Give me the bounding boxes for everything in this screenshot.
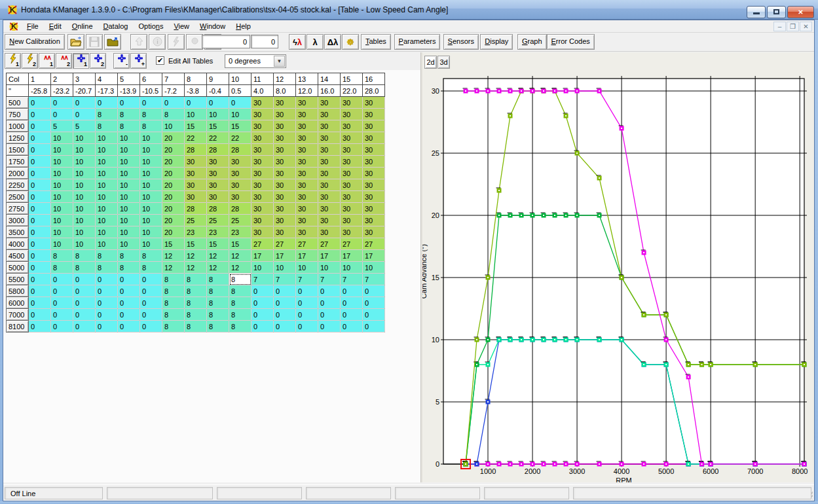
cell-2000-c14[interactable]: 30 <box>318 168 341 179</box>
cell-7000-c16[interactable]: 0 <box>363 309 385 321</box>
cell-3000-c1[interactable]: 0 <box>29 215 51 226</box>
column-header-7[interactable]: 7 <box>162 73 185 85</box>
cell-1500-c15[interactable]: 30 <box>341 144 363 156</box>
cell-500-c8[interactable]: 0 <box>185 97 207 109</box>
cell-3000-c4[interactable]: 10 <box>96 215 118 226</box>
cell-5500-c8[interactable]: 8 <box>185 274 207 285</box>
cell-2250-c1[interactable]: 0 <box>29 179 51 191</box>
column-header-2[interactable]: 2 <box>51 73 73 85</box>
load-header-15[interactable]: 22.0 <box>341 85 363 97</box>
cell-7000-c5[interactable]: 0 <box>118 309 140 321</box>
cell-1750-c13[interactable]: 30 <box>296 156 318 168</box>
cell-8100-c8[interactable]: 8 <box>185 321 207 333</box>
cell-1750-c7[interactable]: 20 <box>162 156 185 168</box>
cell-3000-c3[interactable]: 10 <box>73 215 96 226</box>
cell-2500-c9[interactable]: 30 <box>207 191 229 203</box>
column-header-1[interactable]: 1 <box>29 73 51 85</box>
cell-5000-c7[interactable]: 12 <box>162 262 185 274</box>
nav-tables-button[interactable]: Tables <box>361 34 391 50</box>
mdi-restore-button[interactable]: ❐ <box>787 22 799 31</box>
cell-1250-c12[interactable]: 30 <box>274 132 296 144</box>
cell-7000-c12[interactable]: 0 <box>274 309 296 321</box>
cell-2750-c2[interactable]: 10 <box>51 203 73 215</box>
cell-5000-c14[interactable]: 10 <box>318 262 341 274</box>
cell-1250-c10[interactable]: 22 <box>229 132 251 144</box>
cell-1250-c7[interactable]: 20 <box>162 132 185 144</box>
cell-6000-c1[interactable]: 0 <box>29 297 51 309</box>
cell-3000-c13[interactable]: 30 <box>296 215 318 226</box>
rpm-header-750[interactable]: 750 <box>7 109 29 120</box>
cell-2250-c4[interactable]: 10 <box>96 179 118 191</box>
cell-2250-c3[interactable]: 10 <box>73 179 96 191</box>
cell-500-c11[interactable]: 30 <box>251 97 274 109</box>
column-header-6[interactable]: 6 <box>140 73 162 85</box>
cell-1000-c13[interactable]: 30 <box>296 120 318 132</box>
cell-500-c4[interactable]: 0 <box>96 97 118 109</box>
cell-7000-c4[interactable]: 0 <box>96 309 118 321</box>
cell-500-c16[interactable]: 30 <box>363 97 385 109</box>
cell-3500-c10[interactable]: 23 <box>229 226 251 238</box>
nav-display-button[interactable]: Display <box>480 34 513 50</box>
cell-500-c10[interactable]: 0 <box>229 97 251 109</box>
cell-8100-c1[interactable]: 0 <box>29 321 51 333</box>
menu-online[interactable]: Online <box>67 20 98 31</box>
cell-4500-c1[interactable]: 0 <box>29 250 51 262</box>
cell-750-c3[interactable]: 0 <box>73 109 96 120</box>
load-header-14[interactable]: 16.0 <box>318 85 341 97</box>
cell-8100-c2[interactable]: 0 <box>51 321 73 333</box>
cell-2250-c5[interactable]: 10 <box>118 179 140 191</box>
nav-sensors-button[interactable]: Sensors <box>443 34 479 50</box>
cell-6000-c10[interactable]: 8 <box>229 297 251 309</box>
cell-6000-c6[interactable]: 0 <box>140 297 162 309</box>
cell-5800-c11[interactable]: 0 <box>251 285 274 297</box>
cell-3500-c6[interactable]: 10 <box>140 226 162 238</box>
cell-750-c12[interactable]: 30 <box>274 109 296 120</box>
cell-1500-c16[interactable]: 30 <box>363 144 385 156</box>
cell-750-c8[interactable]: 10 <box>185 109 207 120</box>
fuel-table-1-button[interactable]: ∧∧1 <box>39 53 55 69</box>
cell-2750-c7[interactable]: 20 <box>162 203 185 215</box>
cell-1750-c15[interactable]: 30 <box>341 156 363 168</box>
cell-5800-c14[interactable]: 0 <box>318 285 341 297</box>
cell-5500-c12[interactable]: 7 <box>274 274 296 285</box>
cell-1000-c16[interactable]: 30 <box>363 120 385 132</box>
column-header-14[interactable]: 14 <box>318 73 341 85</box>
cell-3000-c6[interactable]: 10 <box>140 215 162 226</box>
cell-2000-c7[interactable]: 20 <box>162 168 185 179</box>
cell-2750-c15[interactable]: 30 <box>341 203 363 215</box>
cell-2000-c8[interactable]: 30 <box>185 168 207 179</box>
cell-8100-c13[interactable]: 0 <box>296 321 318 333</box>
cell-1250-c15[interactable]: 30 <box>341 132 363 144</box>
cell-5000-c9[interactable]: 12 <box>207 262 229 274</box>
cell-1000-c1[interactable]: 0 <box>29 120 51 132</box>
load-header-4[interactable]: -17.3 <box>96 85 118 97</box>
load-header-13[interactable]: 12.0 <box>296 85 318 97</box>
cam-advance-chart[interactable]: 1000200030004000500060007000800005101520… <box>422 52 814 482</box>
cell-5800-c7[interactable]: 8 <box>162 285 185 297</box>
column-header-4[interactable]: 4 <box>96 73 118 85</box>
cell-5500-c2[interactable]: 0 <box>51 274 73 285</box>
cell-3000-c7[interactable]: 20 <box>162 215 185 226</box>
cell-750-c6[interactable]: 8 <box>140 109 162 120</box>
cell-1750-c2[interactable]: 10 <box>51 156 73 168</box>
cell-2000-c3[interactable]: 10 <box>73 168 96 179</box>
rpm-header-5000[interactable]: 5000 <box>7 262 29 274</box>
cell-5000-c8[interactable]: 12 <box>185 262 207 274</box>
cell-4000-c8[interactable]: 15 <box>185 238 207 250</box>
cell-2500-c12[interactable]: 30 <box>274 191 296 203</box>
cell-5000-c1[interactable]: 0 <box>29 262 51 274</box>
minimize-button[interactable] <box>747 6 766 18</box>
load-header-3[interactable]: -20.7 <box>73 85 96 97</box>
lambda-overlay-button[interactable]: ϟλ <box>289 34 306 50</box>
cell-500-c2[interactable]: 0 <box>51 97 73 109</box>
cell-5500-c7[interactable]: 8 <box>162 274 185 285</box>
column-header-9[interactable]: 9 <box>207 73 229 85</box>
cell-4500-c15[interactable]: 17 <box>341 250 363 262</box>
cell-5800-c3[interactable]: 0 <box>73 285 96 297</box>
cell-4500-c5[interactable]: 8 <box>118 250 140 262</box>
cell-4500-c14[interactable]: 17 <box>318 250 341 262</box>
cell-750-c7[interactable]: 8 <box>162 109 185 120</box>
cell-3000-c10[interactable]: 25 <box>229 215 251 226</box>
cell-2500-c11[interactable]: 30 <box>251 191 274 203</box>
cell-750-c11[interactable]: 30 <box>251 109 274 120</box>
